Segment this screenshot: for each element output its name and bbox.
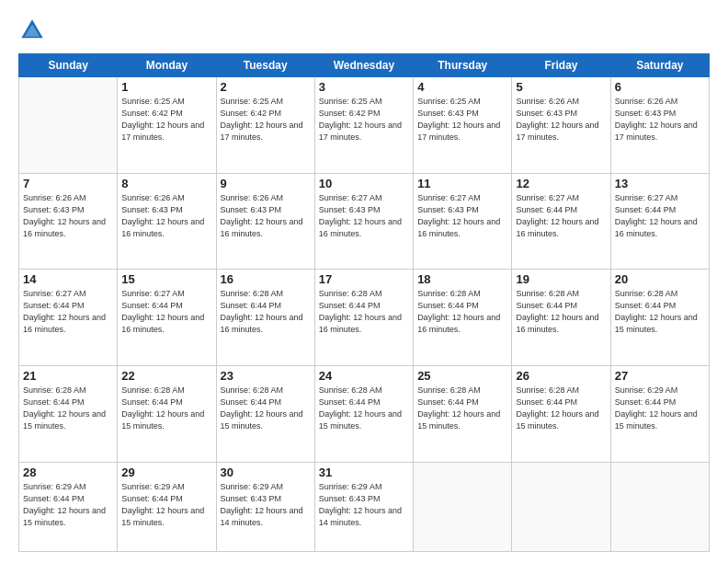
day-info: Sunrise: 6:29 AMSunset: 6:44 PMDaylight:… <box>615 385 705 432</box>
calendar-cell: 31Sunrise: 6:29 AMSunset: 6:43 PMDayligh… <box>314 462 413 551</box>
calendar-cell <box>414 462 512 551</box>
day-number: 21 <box>23 369 113 383</box>
calendar-cell: 10Sunrise: 6:27 AMSunset: 6:43 PMDayligh… <box>314 173 413 270</box>
page: SundayMondayTuesdayWednesdayThursdayFrid… <box>0 0 728 563</box>
day-info: Sunrise: 6:26 AMSunset: 6:43 PMDaylight:… <box>615 96 705 144</box>
day-info: Sunrise: 6:27 AMSunset: 6:44 PMDaylight:… <box>23 288 113 336</box>
calendar-cell: 6Sunrise: 6:26 AMSunset: 6:43 PMDaylight… <box>610 77 709 174</box>
calendar-body: 1Sunrise: 6:25 AMSunset: 6:42 PMDaylight… <box>19 77 710 552</box>
calendar-cell: 26Sunrise: 6:28 AMSunset: 6:44 PMDayligh… <box>512 366 610 463</box>
calendar-cell: 7Sunrise: 6:26 AMSunset: 6:43 PMDaylight… <box>19 173 118 270</box>
calendar-cell: 22Sunrise: 6:28 AMSunset: 6:44 PMDayligh… <box>118 366 216 463</box>
day-number: 25 <box>417 369 507 383</box>
calendar-week-row: 21Sunrise: 6:28 AMSunset: 6:44 PMDayligh… <box>19 366 710 463</box>
day-number: 11 <box>417 177 507 190</box>
day-number: 1 <box>121 80 211 94</box>
day-info: Sunrise: 6:28 AMSunset: 6:44 PMDaylight:… <box>23 385 113 432</box>
day-info: Sunrise: 6:26 AMSunset: 6:43 PMDaylight:… <box>516 96 606 144</box>
calendar-cell <box>19 77 118 174</box>
day-number: 3 <box>319 80 409 94</box>
calendar-cell: 30Sunrise: 6:29 AMSunset: 6:43 PMDayligh… <box>216 462 314 551</box>
day-number: 29 <box>121 465 211 479</box>
day-info: Sunrise: 6:25 AMSunset: 6:42 PMDaylight:… <box>121 96 211 144</box>
calendar-table: SundayMondayTuesdayWednesdayThursdayFrid… <box>18 53 710 552</box>
calendar-cell <box>512 462 610 551</box>
column-header-friday: Friday <box>512 54 610 77</box>
day-info: Sunrise: 6:29 AMSunset: 6:44 PMDaylight:… <box>23 481 113 529</box>
day-number: 20 <box>615 272 705 286</box>
day-info: Sunrise: 6:28 AMSunset: 6:44 PMDaylight:… <box>221 288 311 336</box>
column-header-wednesday: Wednesday <box>314 54 413 77</box>
day-info: Sunrise: 6:28 AMSunset: 6:44 PMDaylight:… <box>121 385 211 432</box>
day-number: 27 <box>615 369 705 383</box>
column-header-monday: Monday <box>118 54 216 77</box>
calendar-cell: 18Sunrise: 6:28 AMSunset: 6:44 PMDayligh… <box>414 270 512 366</box>
calendar-cell: 25Sunrise: 6:28 AMSunset: 6:44 PMDayligh… <box>414 366 512 463</box>
calendar-cell: 29Sunrise: 6:29 AMSunset: 6:44 PMDayligh… <box>118 462 216 551</box>
day-number: 23 <box>221 369 311 383</box>
day-info: Sunrise: 6:28 AMSunset: 6:44 PMDaylight:… <box>319 385 409 432</box>
calendar-cell: 2Sunrise: 6:25 AMSunset: 6:42 PMDaylight… <box>216 77 314 174</box>
calendar-cell: 4Sunrise: 6:25 AMSunset: 6:43 PMDaylight… <box>414 77 512 174</box>
day-number: 2 <box>221 80 311 94</box>
day-number: 9 <box>221 177 311 190</box>
column-header-thursday: Thursday <box>414 54 512 77</box>
day-number: 4 <box>417 80 507 94</box>
logo <box>18 17 50 44</box>
day-number: 14 <box>23 272 113 286</box>
day-info: Sunrise: 6:27 AMSunset: 6:44 PMDaylight:… <box>615 192 705 240</box>
column-header-saturday: Saturday <box>610 54 709 77</box>
calendar-cell: 20Sunrise: 6:28 AMSunset: 6:44 PMDayligh… <box>610 270 709 366</box>
day-number: 13 <box>615 177 705 190</box>
day-info: Sunrise: 6:25 AMSunset: 6:43 PMDaylight:… <box>417 96 507 144</box>
calendar-cell: 1Sunrise: 6:25 AMSunset: 6:42 PMDaylight… <box>118 77 216 174</box>
day-info: Sunrise: 6:28 AMSunset: 6:44 PMDaylight:… <box>516 288 606 336</box>
day-number: 5 <box>516 80 606 94</box>
calendar-cell: 5Sunrise: 6:26 AMSunset: 6:43 PMDaylight… <box>512 77 610 174</box>
day-number: 31 <box>319 465 409 479</box>
calendar-cell: 11Sunrise: 6:27 AMSunset: 6:43 PMDayligh… <box>414 173 512 270</box>
day-number: 18 <box>417 272 507 286</box>
header <box>18 17 710 44</box>
day-info: Sunrise: 6:27 AMSunset: 6:44 PMDaylight:… <box>516 192 606 240</box>
day-info: Sunrise: 6:25 AMSunset: 6:42 PMDaylight:… <box>319 96 409 144</box>
day-number: 6 <box>615 80 705 94</box>
day-info: Sunrise: 6:29 AMSunset: 6:44 PMDaylight:… <box>121 481 211 529</box>
calendar-cell: 28Sunrise: 6:29 AMSunset: 6:44 PMDayligh… <box>19 462 118 551</box>
logo-icon <box>18 17 46 44</box>
day-number: 10 <box>319 177 409 190</box>
column-header-sunday: Sunday <box>19 54 118 77</box>
calendar-cell: 12Sunrise: 6:27 AMSunset: 6:44 PMDayligh… <box>512 173 610 270</box>
day-number: 17 <box>319 272 409 286</box>
day-number: 8 <box>121 177 211 190</box>
calendar-cell: 16Sunrise: 6:28 AMSunset: 6:44 PMDayligh… <box>216 270 314 366</box>
calendar-cell: 27Sunrise: 6:29 AMSunset: 6:44 PMDayligh… <box>610 366 709 463</box>
calendar-cell: 21Sunrise: 6:28 AMSunset: 6:44 PMDayligh… <box>19 366 118 463</box>
day-info: Sunrise: 6:28 AMSunset: 6:44 PMDaylight:… <box>221 385 311 432</box>
day-number: 24 <box>319 369 409 383</box>
calendar-cell: 15Sunrise: 6:27 AMSunset: 6:44 PMDayligh… <box>118 270 216 366</box>
day-info: Sunrise: 6:28 AMSunset: 6:44 PMDaylight:… <box>319 288 409 336</box>
calendar-cell: 17Sunrise: 6:28 AMSunset: 6:44 PMDayligh… <box>314 270 413 366</box>
day-info: Sunrise: 6:29 AMSunset: 6:43 PMDaylight:… <box>221 481 311 529</box>
day-number: 19 <box>516 272 606 286</box>
day-info: Sunrise: 6:27 AMSunset: 6:44 PMDaylight:… <box>121 288 211 336</box>
calendar-cell: 19Sunrise: 6:28 AMSunset: 6:44 PMDayligh… <box>512 270 610 366</box>
calendar-week-row: 28Sunrise: 6:29 AMSunset: 6:44 PMDayligh… <box>19 462 710 551</box>
calendar-cell: 14Sunrise: 6:27 AMSunset: 6:44 PMDayligh… <box>19 270 118 366</box>
day-info: Sunrise: 6:26 AMSunset: 6:43 PMDaylight:… <box>121 192 211 240</box>
day-number: 22 <box>121 369 211 383</box>
day-info: Sunrise: 6:28 AMSunset: 6:44 PMDaylight:… <box>417 288 507 336</box>
day-number: 28 <box>23 465 113 479</box>
calendar-header-row: SundayMondayTuesdayWednesdayThursdayFrid… <box>19 54 710 77</box>
day-info: Sunrise: 6:26 AMSunset: 6:43 PMDaylight:… <box>221 192 311 240</box>
calendar-cell: 23Sunrise: 6:28 AMSunset: 6:44 PMDayligh… <box>216 366 314 463</box>
day-number: 7 <box>23 177 113 190</box>
calendar-cell: 9Sunrise: 6:26 AMSunset: 6:43 PMDaylight… <box>216 173 314 270</box>
calendar-cell: 24Sunrise: 6:28 AMSunset: 6:44 PMDayligh… <box>314 366 413 463</box>
calendar-cell: 8Sunrise: 6:26 AMSunset: 6:43 PMDaylight… <box>118 173 216 270</box>
day-number: 26 <box>516 369 606 383</box>
day-info: Sunrise: 6:25 AMSunset: 6:42 PMDaylight:… <box>221 96 311 144</box>
column-header-tuesday: Tuesday <box>216 54 314 77</box>
calendar-cell: 3Sunrise: 6:25 AMSunset: 6:42 PMDaylight… <box>314 77 413 174</box>
